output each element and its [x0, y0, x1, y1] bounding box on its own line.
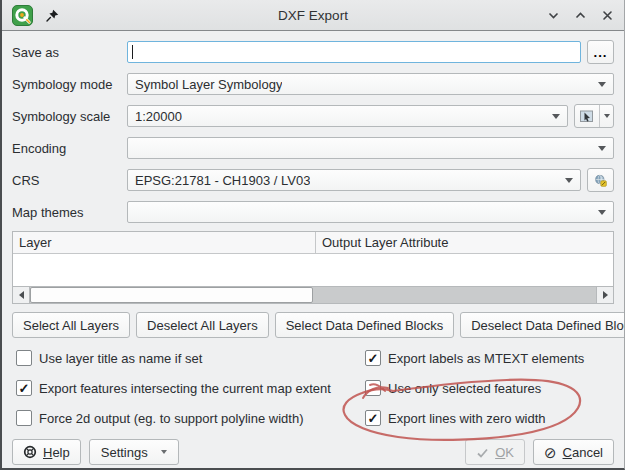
- arrow-left-icon: [19, 291, 24, 299]
- checkbox-box[interactable]: ✓: [16, 380, 32, 396]
- dropdown-arrow-icon: [598, 82, 606, 87]
- crs-label: CRS: [12, 173, 127, 188]
- column-header-output-layer-attribute: Output Layer Attribute: [316, 232, 613, 253]
- scroll-handle[interactable]: [30, 287, 313, 303]
- close-icon: [601, 9, 614, 22]
- dropdown-arrow-icon: [598, 210, 606, 215]
- dropdown-arrow-icon: [565, 178, 573, 183]
- chevron-down-icon: [547, 9, 560, 22]
- ok-button[interactable]: OK: [465, 439, 525, 465]
- pin-button[interactable]: [45, 8, 59, 22]
- dropdown-arrow-icon: [552, 114, 560, 119]
- crs-combobox[interactable]: EPSG:21781 - CH1903 / LV03: [127, 169, 581, 191]
- symbology-scale-combobox[interactable]: 1:20000: [127, 105, 568, 127]
- scroll-right-button[interactable]: [596, 287, 613, 303]
- checkbox-export-labels-mtext[interactable]: ✓ Export labels as MTEXT elements: [365, 350, 584, 366]
- checkbox-export-lines-zero-width[interactable]: ✓ Export lines with zero width: [365, 410, 546, 426]
- help-icon: [23, 445, 37, 459]
- save-as-label: Save as: [12, 45, 127, 60]
- dropdown-arrow-icon: [598, 146, 606, 151]
- checkbox-label: Use layer title as name if set: [39, 351, 202, 366]
- checkbox-label: Export features intersecting the current…: [39, 381, 331, 396]
- map-themes-label: Map themes: [12, 205, 127, 220]
- help-button[interactable]: Help: [12, 439, 81, 465]
- map-themes-combobox[interactable]: [127, 201, 614, 223]
- set-scale-from-extent-button[interactable]: [574, 104, 614, 128]
- dialog-body: Save as ... Symbology mode Symbol Layer …: [2, 31, 624, 468]
- symbology-scale-label: Symbology scale: [12, 109, 127, 124]
- window-title: DXF Export: [2, 8, 624, 23]
- cancel-icon: ⊘: [544, 445, 557, 460]
- layer-buttons-row: Select All Layers Deselect All Layers Se…: [12, 312, 614, 338]
- scroll-left-button[interactable]: [13, 287, 30, 303]
- button-box: Help Settings OK ⊘ Cancel: [12, 439, 614, 467]
- shade-button[interactable]: [546, 8, 560, 22]
- globe-edit-icon: [594, 171, 607, 190]
- checkbox-label: Use only selected features: [388, 381, 541, 396]
- layer-table: Layer Output Layer Attribute: [12, 231, 614, 304]
- encoding-label: Encoding: [12, 141, 127, 156]
- select-data-defined-blocks-button[interactable]: Select Data Defined Blocks: [275, 312, 455, 338]
- titlebar: DXF Export: [2, 0, 624, 31]
- options-area: Use layer title as name if set ✓ Export …: [12, 349, 614, 439]
- arrow-right-icon: [603, 291, 608, 299]
- checkbox-label: Export labels as MTEXT elements: [388, 351, 584, 366]
- checkbox-use-only-selected[interactable]: Use only selected features: [365, 380, 541, 396]
- dxf-export-dialog: DXF Export: [0, 0, 625, 470]
- column-header-layer: Layer: [13, 232, 316, 253]
- chevron-up-icon: [574, 9, 587, 22]
- close-button[interactable]: [600, 8, 614, 22]
- checkbox-force-2d-output[interactable]: Force 2d output (eg. to support polyline…: [12, 410, 365, 426]
- map-extent-cursor-icon: [579, 108, 595, 124]
- symbology-mode-label: Symbology mode: [12, 77, 127, 92]
- symbology-mode-combobox[interactable]: Symbol Layer Symbology: [127, 73, 614, 95]
- settings-button[interactable]: Settings: [89, 439, 179, 465]
- checkbox-box[interactable]: [365, 380, 381, 396]
- checkbox-label: Export lines with zero width: [388, 411, 546, 426]
- checkbox-use-layer-title[interactable]: Use layer title as name if set: [12, 350, 365, 366]
- scroll-track[interactable]: [313, 287, 596, 303]
- symbology-mode-value: Symbol Layer Symbology: [135, 77, 282, 92]
- table-hscrollbar: [13, 286, 613, 303]
- dropdown-arrow-icon: [604, 114, 610, 118]
- text-cursor: [132, 45, 133, 59]
- layer-table-body[interactable]: [13, 254, 613, 286]
- checkbox-label: Force 2d output (eg. to support polyline…: [39, 411, 303, 426]
- checkbox-box[interactable]: ✓: [365, 350, 381, 366]
- deselect-all-layers-button[interactable]: Deselect All Layers: [136, 312, 269, 338]
- crs-value: EPSG:21781 - CH1903 / LV03: [135, 173, 310, 188]
- select-crs-button[interactable]: [587, 168, 614, 192]
- checkbox-export-features-intersecting[interactable]: ✓ Export features intersecting the curre…: [12, 380, 365, 396]
- layer-table-header: Layer Output Layer Attribute: [13, 232, 613, 254]
- save-as-input[interactable]: [127, 41, 581, 63]
- dropdown-arrow-icon: [161, 450, 167, 454]
- checkbox-box[interactable]: [16, 350, 32, 366]
- deselect-data-defined-blocks-button[interactable]: Deselect Data Defined Blocks: [460, 312, 625, 338]
- pin-icon: [46, 9, 59, 22]
- select-all-layers-button[interactable]: Select All Layers: [12, 312, 130, 338]
- browse-button[interactable]: ...: [587, 40, 614, 64]
- checkbox-box[interactable]: [16, 410, 32, 426]
- encoding-combobox[interactable]: [127, 137, 614, 159]
- ok-check-icon: [476, 446, 489, 459]
- checkbox-box[interactable]: ✓: [365, 410, 381, 426]
- maximize-button[interactable]: [573, 8, 587, 22]
- cancel-button[interactable]: ⊘ Cancel: [533, 439, 614, 465]
- qgis-logo-icon: [12, 5, 33, 26]
- symbology-scale-value: 1:20000: [135, 109, 182, 124]
